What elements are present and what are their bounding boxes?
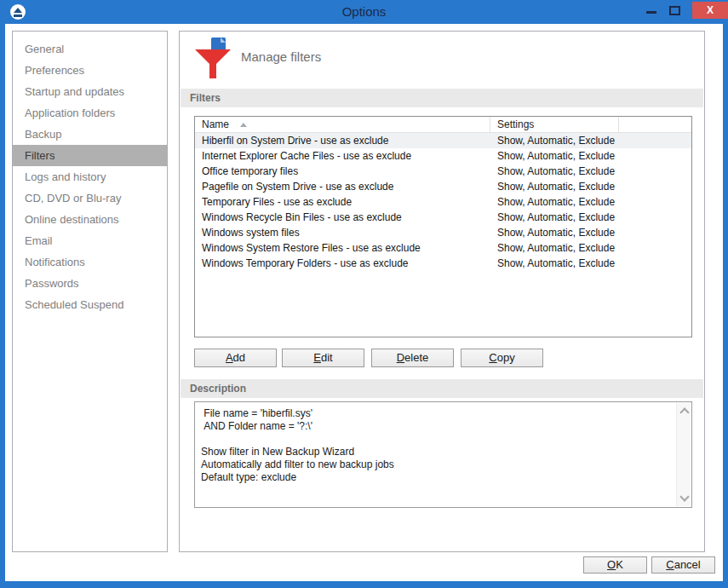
sidebar-item-notifications[interactable]: Notifications: [13, 251, 167, 273]
sidebar-item-application-folders[interactable]: Application folders: [13, 102, 167, 124]
table-header: Name Settings: [195, 117, 691, 133]
sidebar-item-online-destinations[interactable]: Online destinations: [13, 209, 167, 230]
table-row[interactable]: Temporary Files - use as excludeShow, Au…: [195, 194, 691, 210]
window-title: Options: [0, 0, 728, 24]
table-row[interactable]: Office temporary filesShow, Automatic, E…: [195, 164, 691, 179]
description-box: File name = 'hiberfil.sys' AND Folder na…: [194, 401, 692, 508]
filter-settings-cell: Show, Automatic, Exclude: [490, 148, 619, 164]
description-scrollbar[interactable]: [676, 403, 691, 506]
table-row[interactable]: Windows System Restore Files - use as ex…: [195, 240, 691, 256]
column-settings-label: Settings: [497, 118, 534, 130]
sidebar-item-preferences[interactable]: Preferences: [13, 60, 167, 81]
ok-button[interactable]: OK: [583, 556, 647, 574]
page-title: Manage filters: [241, 49, 321, 64]
filters-page: Manage filters Filters Name Settings Hib…: [179, 31, 705, 552]
delete-button[interactable]: Delete: [371, 349, 454, 367]
sidebar-item-cd-dvd-or-blu-ray[interactable]: CD, DVD or Blu-ray: [13, 187, 167, 209]
options-sidebar: GeneralPreferencesStartup and updatesApp…: [12, 31, 168, 552]
edit-button[interactable]: Edit: [282, 349, 364, 367]
maximize-button[interactable]: [669, 6, 680, 15]
table-row[interactable]: Hiberfil on System Drive - use as exclud…: [195, 133, 691, 148]
filter-settings-cell: Show, Automatic, Exclude: [490, 133, 619, 148]
sidebar-item-backup[interactable]: Backup: [13, 124, 167, 145]
column-header-name[interactable]: Name: [195, 117, 490, 132]
sidebar-item-filters[interactable]: Filters: [13, 145, 167, 166]
minimize-button[interactable]: [646, 11, 656, 14]
filter-name-cell: Office temporary files: [195, 164, 490, 179]
table-row[interactable]: Windows system filesShow, Automatic, Exc…: [195, 225, 691, 240]
filters-group-label: Filters: [181, 89, 703, 107]
table-row[interactable]: Windows Recycle Bin Files - use as exclu…: [195, 210, 691, 225]
filters-table: Name Settings Hiberfil on System Drive -…: [194, 116, 692, 337]
table-row[interactable]: Internet Explorer Cache Files - use as e…: [195, 148, 691, 164]
filter-name-cell: Windows System Restore Files - use as ex…: [195, 240, 490, 256]
filter-settings-cell: Show, Automatic, Exclude: [490, 256, 619, 271]
filter-settings-cell: Show, Automatic, Exclude: [490, 164, 619, 179]
options-dialog: Options X GeneralPreferencesStartup and …: [0, 0, 728, 588]
filter-name-cell: Temporary Files - use as exclude: [195, 194, 490, 210]
sidebar-item-scheduled-suspend[interactable]: Scheduled Suspend: [13, 294, 167, 315]
manage-filters-icon: [193, 37, 232, 81]
filter-name-cell: Pagefile on System Drive - use as exclud…: [195, 179, 490, 194]
table-row[interactable]: Pagefile on System Drive - use as exclud…: [195, 179, 691, 194]
sort-ascending-icon: [240, 123, 247, 127]
column-name-label: Name: [202, 118, 229, 130]
filter-settings-cell: Show, Automatic, Exclude: [490, 240, 619, 256]
column-header-settings[interactable]: Settings: [490, 117, 619, 132]
filter-name-cell: Windows Temporary Folders - use as exclu…: [195, 256, 490, 271]
copy-button[interactable]: Copy: [461, 349, 543, 367]
add-button[interactable]: Add: [194, 349, 277, 367]
filter-settings-cell: Show, Automatic, Exclude: [490, 225, 619, 240]
column-header-empty[interactable]: [619, 117, 691, 132]
filter-settings-cell: Show, Automatic, Exclude: [490, 179, 619, 194]
dialog-content: GeneralPreferencesStartup and updatesApp…: [5, 24, 723, 581]
sidebar-item-general[interactable]: General: [13, 38, 167, 60]
filter-settings-cell: Show, Automatic, Exclude: [490, 194, 619, 210]
scroll-up-icon[interactable]: [680, 408, 687, 415]
cancel-button[interactable]: Cancel: [651, 556, 715, 574]
scroll-down-icon[interactable]: [680, 494, 687, 501]
sidebar-item-passwords[interactable]: Passwords: [13, 273, 167, 294]
titlebar[interactable]: Options X: [0, 0, 728, 24]
filter-name-cell: Internet Explorer Cache Files - use as e…: [195, 148, 490, 164]
table-body: Hiberfil on System Drive - use as exclud…: [195, 133, 691, 271]
sidebar-item-logs-and-history[interactable]: Logs and history: [13, 166, 167, 187]
filter-name-cell: Windows Recycle Bin Files - use as exclu…: [195, 210, 490, 225]
close-button[interactable]: X: [692, 2, 728, 19]
filter-name-cell: Hiberfil on System Drive - use as exclud…: [195, 133, 490, 148]
table-row[interactable]: Windows Temporary Folders - use as exclu…: [195, 256, 691, 271]
sidebar-item-startup-and-updates[interactable]: Startup and updates: [13, 81, 167, 102]
filter-settings-cell: Show, Automatic, Exclude: [490, 210, 619, 225]
description-text: File name = 'hiberfil.sys' AND Folder na…: [195, 407, 673, 484]
description-group-label: Description: [181, 379, 703, 398]
filter-name-cell: Windows system files: [195, 225, 490, 240]
sidebar-item-email[interactable]: Email: [13, 230, 167, 251]
